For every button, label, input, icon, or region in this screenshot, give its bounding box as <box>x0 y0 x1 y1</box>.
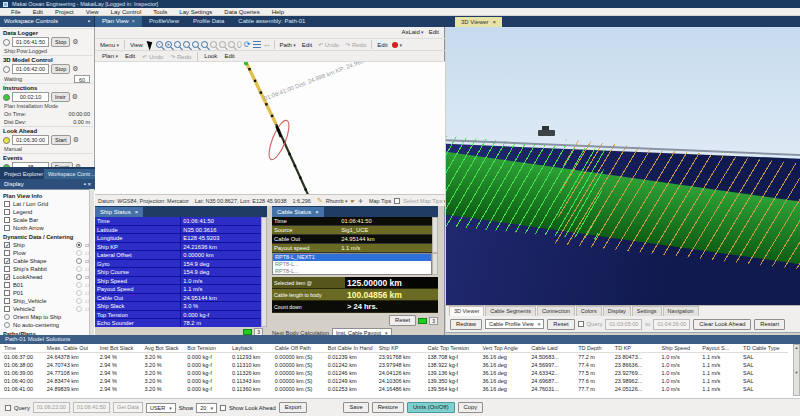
table-row[interactable]: SourceSig1_UCE <box>272 226 432 235</box>
menu-lay-control[interactable]: Lay Control <box>106 8 147 15</box>
plan-dropdown[interactable]: Plan <box>100 53 120 59</box>
column-header-cable-off-path[interactable]: Cable Off Path <box>273 344 326 353</box>
table-row[interactable]: Ship Speed1.0 m/s <box>95 277 261 286</box>
source-select[interactable]: USER <box>146 403 176 413</box>
viewer-tab-cable-segments[interactable]: Cable Segments <box>485 306 536 316</box>
crosshair-icon[interactable]: ✛ <box>358 198 363 204</box>
look-button[interactable]: Look <box>202 53 219 59</box>
tab-plan-view[interactable]: Plan View× <box>95 16 142 27</box>
ctr-radio[interactable] <box>76 290 82 296</box>
copy-button[interactable]: Copy <box>458 402 484 413</box>
gear-icon[interactable]: ⚙ <box>72 93 78 101</box>
look-edit-button[interactable]: Edit <box>222 53 236 59</box>
checkbox[interactable]: ✓ <box>4 274 10 280</box>
table-row[interactable]: LatitudeN35 00.3616 <box>95 226 261 235</box>
menu-lay-settings[interactable]: Lay Settings <box>174 8 217 15</box>
sidebar-tab-project-explorer[interactable]: Project Explorer <box>0 169 44 179</box>
table-row[interactable]: Lateral Offset0.00000 km <box>95 251 261 260</box>
tab-ship-status[interactable]: Ship Status × <box>95 207 143 217</box>
table-row[interactable]: Ship KP24.21636 km <box>95 243 261 252</box>
checkbox[interactable] <box>4 266 10 272</box>
reset-button[interactable]: Reset <box>389 315 416 326</box>
view-mode-select[interactable]: Cable Profile View <box>485 319 544 329</box>
column-header-td-depth[interactable]: TD Depth <box>576 344 613 353</box>
column-header-layback[interactable]: Layback <box>230 344 273 353</box>
menu-help[interactable]: Help <box>267 8 289 15</box>
table-row[interactable]: Ship Course154.9 deg <box>95 268 261 277</box>
zoom-in-icon[interactable]: + <box>165 41 172 48</box>
menu-project[interactable]: Project <box>50 8 79 15</box>
table-row[interactable]: Time01:06:41:50 <box>272 217 432 226</box>
aslaid-dropdown[interactable]: AsLaid <box>401 29 423 35</box>
column-header-ship-speed[interactable]: Ship Speed <box>660 344 701 353</box>
menu-edit[interactable]: Edit <box>28 8 48 15</box>
viewer-tab-navigation[interactable]: Navigation <box>663 306 699 316</box>
checkbox[interactable] <box>4 209 10 215</box>
ctr-radio[interactable] <box>76 250 82 256</box>
ctr-radio[interactable] <box>76 298 82 304</box>
table-row[interactable]: 01:06:38:0024.70743 km2.94 %3.20 %0.000 … <box>2 361 788 369</box>
column-header-avg-bot-slack[interactable]: Avg Bot Slack <box>142 344 185 353</box>
tab-3d-viewer[interactable]: 3D Viewer × <box>455 17 502 27</box>
tab-profile-data[interactable]: Profile Data <box>186 16 231 27</box>
viewer-tab-3d-viewer[interactable]: 3D Viewer <box>449 306 484 316</box>
pin-icon[interactable]: ▪ <box>88 16 90 27</box>
gear-icon[interactable]: ⚙ <box>72 38 78 46</box>
stop-button[interactable]: Stop <box>51 64 70 74</box>
menu-data-queries[interactable]: Data Queries <box>219 8 264 15</box>
checkbox[interactable] <box>4 217 10 223</box>
ctr-radio[interactable] <box>76 282 82 288</box>
column-header-inst-bot-slack[interactable]: Inst Bot Slack <box>98 344 143 353</box>
close-icon[interactable]: × <box>315 207 319 217</box>
solutions-scrollbar[interactable]: ▲▼ <box>793 344 800 396</box>
table-row[interactable]: 01:06:40:0024.83474 km2.94 %3.20 %0.000 … <box>2 377 788 385</box>
list-icon[interactable] <box>253 41 261 48</box>
zoom-dynamic-icon[interactable] <box>183 41 190 48</box>
scene-3d[interactable] <box>446 27 800 305</box>
zoom-out-icon[interactable]: - <box>156 41 163 48</box>
workspace-controls-header[interactable]: Workspace Controls ▪ <box>0 16 95 27</box>
menu-dropdown[interactable]: Menu <box>98 42 121 48</box>
column-header-vert-top-angle[interactable]: Vert Top Angle <box>480 344 529 353</box>
ctr-radio[interactable] <box>76 258 82 264</box>
pin-icon[interactable]: ▪ <box>84 181 86 187</box>
start-button[interactable]: Start <box>51 135 71 145</box>
gear-icon[interactable]: ⚙ <box>73 136 79 144</box>
time-field[interactable]: 01:06:42:00 <box>12 64 49 74</box>
close-icon[interactable]: × <box>87 181 91 187</box>
viewer-tab-settings[interactable]: Settings <box>632 306 662 316</box>
refresh-icon[interactable]: ⟳ <box>244 41 251 49</box>
plan-map[interactable]: 01:06:41:00 Dist: 24.898 km KP: 24.963 k… <box>95 62 445 194</box>
redraw-button[interactable]: Redraw <box>450 319 482 330</box>
table-row[interactable]: Cable Out24.95144 km <box>272 235 432 244</box>
checkbox[interactable] <box>4 201 10 207</box>
close-icon[interactable]: × <box>135 207 139 217</box>
cable-status-scrollbar[interactable] <box>432 217 438 253</box>
table-row[interactable]: Payout Speed1.1 m/s <box>95 285 261 294</box>
menu-tools[interactable]: Tools <box>148 8 172 15</box>
checkbox[interactable] <box>4 282 10 288</box>
select-map-tips-dropdown[interactable]: Select Map Tips <box>403 198 445 204</box>
checkbox[interactable]: ✓ <box>4 242 10 248</box>
view-button[interactable]: View <box>128 42 145 48</box>
column-header-bot-tension[interactable]: Bot Tension <box>185 344 230 353</box>
aslaid-edit-button[interactable]: Edit <box>429 29 439 35</box>
list-item[interactable]: RPT8-L... <box>273 268 431 275</box>
table-row[interactable]: Top Tension0.000 kg-f <box>95 311 261 320</box>
radio[interactable] <box>4 322 10 328</box>
table-row[interactable]: Ship Slack3.0 % <box>95 302 261 311</box>
ctr-radio[interactable] <box>76 266 82 272</box>
menu-file[interactable]: File <box>6 8 26 15</box>
query-checkbox[interactable] <box>578 321 584 327</box>
checkbox[interactable] <box>4 298 10 304</box>
zoom-window-icon[interactable] <box>174 41 181 48</box>
restore-button[interactable]: Restore <box>372 402 404 413</box>
column-header-ship-kp[interactable]: Ship KP <box>377 344 426 353</box>
plan-edit-button[interactable]: Edit <box>123 53 137 59</box>
ctr-radio[interactable] <box>76 242 82 248</box>
close-icon[interactable]: × <box>132 16 136 27</box>
column-header-calc-top-tension[interactable]: Calc Top Tension <box>425 344 480 353</box>
tab-cable-assembly-path-01[interactable]: Cable assembly: Path-01 <box>231 16 312 27</box>
cable-list-scrollbar[interactable] <box>432 253 438 275</box>
column-header-payout-s[interactable]: Payout S... <box>700 344 741 353</box>
